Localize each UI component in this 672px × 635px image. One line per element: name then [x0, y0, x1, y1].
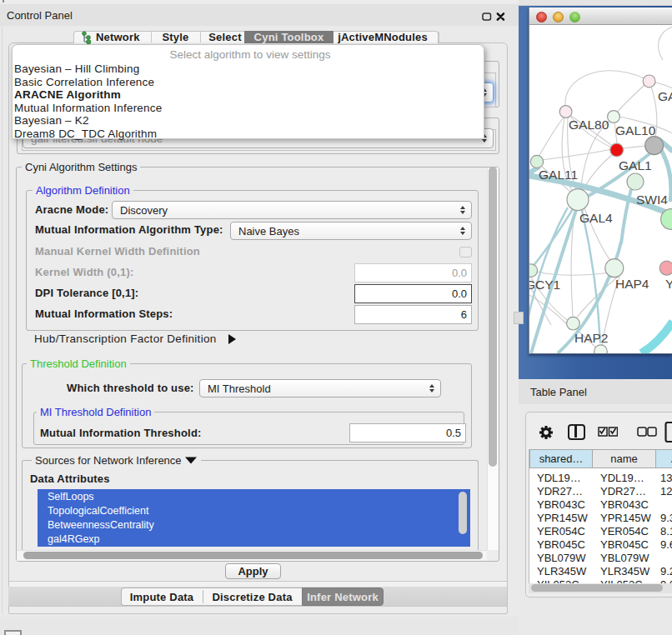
svg-text:GCY1: GCY1 — [529, 278, 560, 292]
svg-text:GAL10: GAL10 — [615, 123, 656, 138]
svg-text:GAL80: GAL80 — [569, 118, 609, 132]
svg-text:SWI4: SWI4 — [636, 192, 668, 207]
svg-text:GAL4: GAL4 — [579, 211, 613, 225]
svg-text:HAP2: HAP2 — [574, 331, 609, 345]
svg-text:GAL: GAL — [658, 89, 672, 103]
svg-text:HAP4: HAP4 — [615, 277, 649, 291]
svg-text:YE: YE — [665, 277, 672, 291]
svg-text:GAL1: GAL1 — [619, 158, 652, 172]
svg-text:GAL11: GAL11 — [539, 168, 578, 182]
